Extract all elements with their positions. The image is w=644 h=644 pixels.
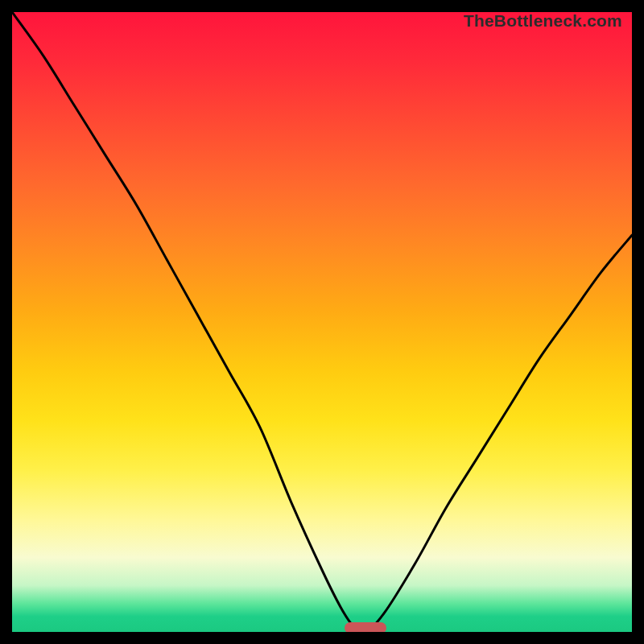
chart-stage: TheBottleneck.com xyxy=(0,0,644,644)
optimal-marker xyxy=(345,622,386,632)
plot-area: TheBottleneck.com xyxy=(12,12,632,632)
bottleneck-curve xyxy=(12,12,632,632)
